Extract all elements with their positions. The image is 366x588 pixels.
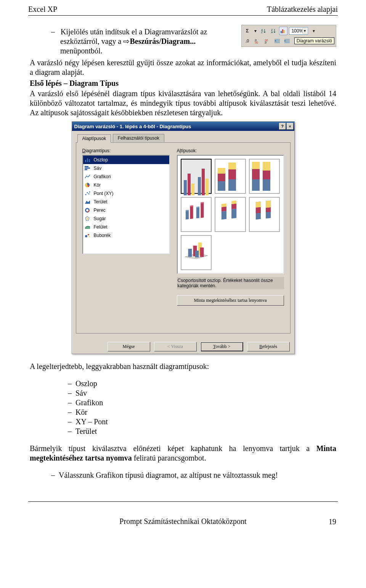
svg-rect-5 [282, 29, 283, 33]
cancel-button[interactable]: Mégse [108, 342, 150, 351]
chart-wizard-dialog: Diagram varázsló - 1. lépés a 4-ből - Di… [72, 121, 295, 354]
increase-decimal-button[interactable]: ,0 ,00 [253, 37, 262, 45]
3d-column-icon [184, 238, 209, 260]
autosum-button[interactable]: Σ [243, 27, 252, 35]
surface-chart-icon [85, 224, 91, 230]
increase-indent-icon [284, 39, 290, 43]
preview-sample-button[interactable]: Minta megtekintéséhez tartsa lenyomva [177, 295, 284, 306]
svg-text:Z: Z [261, 31, 263, 34]
list-item-label: Pont (XY) [94, 191, 114, 196]
sort-desc-button[interactable]: Z A [269, 27, 278, 35]
list-item-label: Perec [94, 208, 106, 213]
paragraph: A varázsló első lépésénél diagram típus … [30, 89, 336, 118]
increase-indent-button[interactable] [283, 37, 291, 45]
subtype-thumbnail[interactable] [181, 235, 212, 270]
svg-point-22 [89, 192, 90, 193]
text-span: feliratú parancsgombot. [132, 454, 206, 462]
decrease-indent-icon [274, 39, 280, 43]
svg-rect-50 [188, 249, 192, 257]
subtype-thumbnail[interactable] [215, 159, 246, 194]
tab-standard-types[interactable]: Alaptípusok [77, 134, 111, 143]
list-item[interactable]: Oszlop [83, 156, 169, 164]
back-button[interactable]: < Vissza [154, 342, 197, 351]
svg-point-20 [87, 192, 88, 193]
chart-subtype-grid [177, 155, 284, 274]
svg-rect-39 [222, 203, 226, 207]
comma-style-button[interactable]: ,0 [243, 37, 252, 45]
chart-subtype-label: Altípusok: [177, 148, 284, 153]
list-item[interactable]: Pont (XY) [83, 189, 169, 198]
svg-rect-47 [266, 200, 271, 208]
svg-text:A: A [271, 31, 273, 34]
list-item[interactable]: Sáv [83, 164, 169, 172]
svg-rect-44 [256, 201, 261, 208]
overflow-menu-icon[interactable]: ▾ [310, 27, 318, 35]
list-item: XY – Pont [68, 417, 336, 427]
list-item[interactable]: Buborék [83, 231, 169, 240]
subtype-description: Csoportosított oszlop. Értékeket hasonlí… [177, 277, 284, 289]
bar-chart-icon [85, 165, 91, 171]
titlebar-help-button[interactable]: ? [279, 123, 286, 130]
dialog-title: Diagram varázsló - 1. lépés a 4-ből - Di… [74, 124, 191, 129]
svg-point-28 [88, 236, 90, 237]
header-divider [28, 15, 338, 16]
comma-icon: ,0 [245, 38, 250, 43]
line-chart-icon [85, 174, 91, 180]
svg-rect-41 [231, 204, 236, 209]
svg-text:,0: ,0 [264, 41, 266, 43]
toolbar-screenshot: Σ ▾ A Z Z A [241, 25, 336, 47]
chart-wizard-icon [280, 28, 286, 34]
list-item[interactable]: Sugár [83, 214, 169, 223]
clustered-3d-column-icon [184, 200, 209, 222]
svg-point-26 [85, 235, 87, 237]
subtype-thumbnail[interactable] [181, 197, 212, 232]
pie-chart-icon [85, 182, 91, 188]
list-item-label: Sugár [94, 216, 106, 221]
paragraph: A legelterjedtebb, leggyakrabban használ… [30, 362, 336, 371]
zoom-combo[interactable]: 100% [289, 27, 308, 35]
list-item: Oszlop [68, 379, 336, 388]
next-button[interactable]: Tovább > [201, 342, 243, 351]
area-chart-icon [85, 199, 91, 205]
list-item[interactable]: Perec [83, 206, 169, 214]
svg-rect-45 [256, 207, 261, 213]
decrease-indent-button[interactable] [273, 37, 281, 45]
sort-asc-button[interactable]: A Z [259, 27, 268, 35]
decrease-decimal-button[interactable]: ,00 ,0 [263, 37, 271, 45]
svg-point-27 [88, 234, 89, 235]
svg-rect-54 [200, 248, 204, 257]
list-item: Terület [68, 427, 336, 436]
subtype-thumbnail[interactable] [249, 159, 280, 194]
section-subtitle: Első lépés – Diagram Típus [30, 79, 119, 87]
doughnut-chart-icon [85, 207, 91, 213]
list-item: Sáv [68, 388, 336, 398]
svg-rect-31 [190, 206, 193, 219]
list-item[interactable]: Kör [83, 181, 169, 189]
list-item: Kör [68, 408, 336, 417]
list-item[interactable]: Felület [83, 223, 169, 231]
dropdown-arrow-icon[interactable]: ▾ [253, 27, 258, 35]
svg-text:,0: ,0 [246, 39, 249, 43]
finish-button[interactable]: Befejezés [247, 342, 290, 351]
list-item[interactable]: Terület [83, 198, 169, 206]
list-item: Grafikon [68, 398, 336, 408]
arrow-icon: ⇨ [123, 37, 130, 45]
subtype-thumbnail[interactable] [181, 159, 212, 194]
subtype-thumbnail[interactable] [215, 197, 246, 232]
list-item[interactable]: Grafikon [83, 172, 169, 181]
subtype-thumbnail[interactable] [249, 197, 280, 232]
chart-wizard-button[interactable] [279, 27, 287, 35]
bubble-chart-icon [85, 232, 91, 238]
chart-wizard-tooltip: Diagram varázsló [294, 37, 334, 44]
titlebar-close-button[interactable]: × [287, 123, 294, 130]
list-item-label: Terület [94, 199, 108, 205]
sort-desc-icon: Z A [271, 28, 276, 34]
decrease-decimal-icon: ,00 ,0 [264, 38, 270, 43]
svg-rect-38 [222, 206, 226, 211]
tab-custom-types[interactable]: Felhasználói típusok [113, 134, 164, 142]
svg-rect-35 [201, 203, 204, 218]
chart-type-listbox[interactable]: Oszlop Sáv Grafikon [82, 155, 170, 254]
chart-type-label: Diagramtípus: [82, 148, 170, 153]
radar-chart-icon [85, 216, 91, 222]
list-item-label: Oszlop [94, 157, 108, 163]
